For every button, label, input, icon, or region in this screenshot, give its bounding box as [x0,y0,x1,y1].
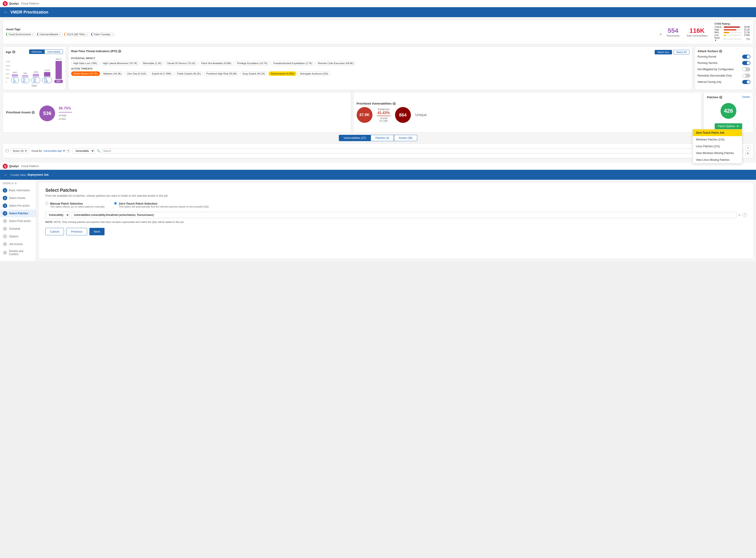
back-button-2[interactable]: ← [4,173,8,177]
sidebar: STEPS 4 / 9 1 Basic Information 2 Select… [0,180,36,261]
chip-high-data-loss[interactable]: High Data Loss (78K) [71,61,99,66]
vulnerability-select[interactable]: Vulnerability [73,148,95,154]
age-info-icon[interactable]: i [12,50,15,53]
chip-predicted-high-risk[interactable]: Predicted High Risk (55.8K) [204,71,239,76]
tag-close-icon[interactable]: ✕ [32,33,34,36]
sidebar-item-job-access[interactable]: 8 Job Access [0,240,36,248]
zero-touch-desc: This option will automatically find the … [119,205,209,208]
refresh-icon-button[interactable]: ↻ [746,151,750,156]
not-mitigated-toggle[interactable] [742,67,750,71]
tab-assets[interactable]: Assets (38) [394,135,417,141]
rti-info-icon[interactable]: i [118,50,121,53]
tag-close-icon[interactable]: ✕ [86,33,88,36]
add-icon-button[interactable]: + [746,146,750,150]
prioritized-vulns-info[interactable]: i [393,102,396,105]
toggle-remotely-discoverable: Remotely Discoverable Only [698,74,750,78]
qql-help-icon[interactable]: ? [743,213,747,217]
dropdown-view-windows-missing[interactable]: View Windows Missing Patches [693,150,742,156]
search-input[interactable] [101,148,724,153]
dropdown-linux-patches[interactable]: Linux Patches (231) [693,143,742,150]
chip-unauth-exploit[interactable]: Unauthenticated Exploitation (2.7K) [271,61,314,66]
total-vulns-number: 116K [686,27,708,34]
qql-type-select[interactable]: Vulnerability [45,211,70,218]
potential-impact-label: POTENTIAL IMPACT [71,57,689,59]
chip-zero-day[interactable]: Zero Day (5.41K) [125,71,148,76]
chevron-down-icon: ▼ [736,125,739,128]
chip-denial-service[interactable]: Denial Of Service (78.1K) [165,61,198,66]
running-service-toggle[interactable] [742,61,750,65]
vulns-of-total: of 116K [377,120,391,122]
cancel-button[interactable]: Cancel [45,228,64,235]
dropdown-windows-patches[interactable]: Windows Patches (215) [693,136,742,143]
detection-toggle[interactable]: Detection [29,49,45,54]
step-9-num: 9 [3,250,7,255]
prioritized-assets-info[interactable]: i [32,111,35,114]
chip-rce[interactable]: Remote Code Execution (69.8K) [316,61,356,66]
deployment-job-title: Deployment Job [28,173,49,176]
attack-surface-info-icon[interactable]: i [719,50,722,53]
zero-touch-radio[interactable] [114,202,117,205]
vulnerability-toggle[interactable]: Vulnerability [45,49,63,54]
sidebar-item-select-assets[interactable]: 2 Select Assets [0,194,36,202]
manual-patch-label: Manual Patch Selection [50,202,105,205]
page-title: VMDR Prioritization [10,10,48,15]
vulns-pct-label: of total [377,117,391,120]
tab-patches[interactable]: Patches (5) [371,135,394,141]
sidebar-item-review-confirm[interactable]: 9 Review and Confirm [0,248,36,257]
match-all-button[interactable]: Match All [673,50,689,54]
chip-malware[interactable]: Malware (44.3K) [101,71,124,76]
tag-cloud-environments[interactable]: Cloud Environments ✕ [6,32,36,36]
chip-easy-exploit[interactable]: Easy Exploit (45.2K) [240,71,267,76]
sidebar-item-select-preaction[interactable]: 3 Select Pre-action [0,202,36,209]
group-by-value[interactable]: Vulnerability Age [43,150,62,152]
dropdown-view-linux-missing[interactable]: View Linux Missing Patches [693,156,742,163]
tab-vulnerabilities[interactable]: Vulnerabilities (37) [339,135,371,141]
tag-usernamebased[interactable]: UsernameBased ✕ [37,32,63,36]
select-all-checkbox[interactable] [6,149,8,152]
running-kernel-toggle[interactable] [742,55,750,59]
internet-facing-toggle[interactable] [742,80,750,84]
chip-privilege-esc[interactable]: Privilege Escalation (19.7K) [235,61,270,66]
unique-circle: 864 [395,107,411,123]
patch-options-button[interactable]: Patch Options ▼ [715,123,742,129]
previous-button[interactable]: Previous [66,228,87,235]
tag-close-icon[interactable]: ✕ [111,33,113,36]
manual-patch-radio[interactable] [45,202,48,205]
chip-ransomware[interactable]: Ransomware (4.05K) [268,71,296,76]
patches-info[interactable]: i [719,96,722,99]
details-link[interactable]: Details [742,96,750,101]
total-assets-label: Total Assets [667,34,680,37]
qql-clear-icon[interactable]: ✕ [738,213,741,217]
toggle-running-kernel: Running Kernel [698,55,750,59]
qql-input[interactable] [71,212,736,218]
action-dropdown[interactable]: Action (0) ▼ [11,148,29,153]
tags-clear-button[interactable]: ✕ [660,33,662,36]
chip-solorigate[interactable]: Solorigate Sunburst (226) [297,71,330,76]
next-button[interactable]: Next [89,228,105,235]
tag-vuln-qid[interactable]: VULN QID TAGs ✕ [64,32,90,36]
sidebar-item-select-patches[interactable]: 4 Select Patches [0,209,36,217]
cvss-critical: Critical 36.8K [714,26,750,28]
sidebar-item-select-postaction[interactable]: 5 Select Post-action [0,217,36,225]
total-assets-number: 554 [667,27,680,34]
chip-public-exploit[interactable]: Public Exploit (46.2K) [175,71,203,76]
cvss-none: None ▼ 731 [714,36,750,42]
chip-high-lateral[interactable]: High Lateral Movement (76.7K) [101,61,139,66]
match-any-button[interactable]: Match Any [655,50,672,54]
sidebar-item-schedule[interactable]: 6 Schedule [0,225,36,233]
tag-patch-tuesday[interactable]: Patch-Tuesday ✕ [91,32,115,36]
sidebar-item-basic-info[interactable]: 1 Basic Information [0,186,36,194]
chip-exploit-kit[interactable]: Exploit kit (7.99K) [150,71,174,76]
sidebar-item-options[interactable]: 7 Options [0,233,36,240]
back-button[interactable]: ← [4,10,8,15]
chip-patch-not-avail[interactable]: Patch Not Available (9.69K) [199,61,234,66]
chip-wormable[interactable]: Wormable (1.2K) [141,61,164,66]
tag-close-icon[interactable]: ✕ [59,33,61,36]
zero-touch-label: Zero-Touch Patch Selection [119,202,209,205]
form-subtitle: From the available list of patches, choo… [45,194,747,197]
group-by-dropdown-icon[interactable]: ▼ [63,150,65,152]
dropdown-zero-touch[interactable]: Zero-Touch Patch Job [693,129,742,136]
remotely-discoverable-toggle[interactable] [742,74,750,78]
chip-active-attacks[interactable]: Active Attacks (47.7K) [71,71,100,76]
group-by-clear[interactable]: ✕ [66,149,70,152]
